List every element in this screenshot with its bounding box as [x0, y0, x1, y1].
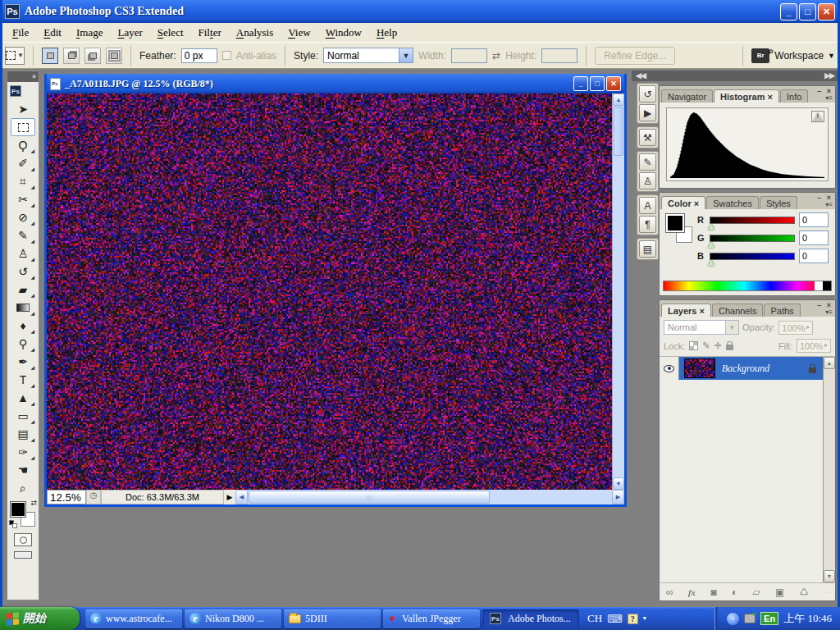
spot-healing-brush-tool[interactable]: ⊘◢: [11, 208, 35, 226]
slider-knob[interactable]: [708, 242, 714, 248]
intersect-selection-button[interactable]: [106, 48, 122, 64]
menu-layer[interactable]: Layer: [110, 25, 149, 41]
height-input[interactable]: [541, 48, 578, 63]
slider-knob[interactable]: [708, 260, 714, 266]
color-tab-color[interactable]: Color ×: [661, 196, 705, 209]
layer-row-background[interactable]: Background: [660, 357, 823, 380]
type-tool[interactable]: T◢: [11, 371, 35, 389]
start-button[interactable]: 開始: [0, 607, 80, 630]
default-colors-icon[interactable]: [9, 520, 17, 528]
subtract-from-selection-button[interactable]: [84, 48, 101, 64]
layer-comps-palette-icon[interactable]: ▤: [639, 240, 656, 258]
hide-icons-chevron[interactable]: ‹: [727, 613, 739, 625]
quick-selection-tool[interactable]: ✐◢: [11, 154, 35, 172]
menu-analysis[interactable]: Analysis: [229, 25, 281, 41]
language-band[interactable]: CH ⌨ ? ▾: [587, 612, 646, 625]
lock-paint-icon[interactable]: ✎: [702, 340, 710, 351]
help-icon[interactable]: ?: [628, 614, 638, 624]
menu-filter[interactable]: Filter: [191, 25, 229, 41]
nav-tab-navigator[interactable]: Navigator: [661, 89, 713, 103]
menu-help[interactable]: Help: [369, 25, 404, 41]
vertical-scrollbar[interactable]: ▲ ▼: [612, 94, 624, 490]
add-mask-icon[interactable]: ◙: [710, 587, 716, 598]
foreground-color-swatch[interactable]: [11, 502, 25, 517]
doc-maximize-button[interactable]: □: [590, 76, 605, 91]
color-tab-swatches[interactable]: Swatches: [706, 196, 759, 209]
scroll-down-arrow[interactable]: ▼: [824, 570, 835, 582]
quick-mask-button[interactable]: [14, 533, 32, 546]
new-selection-button[interactable]: [42, 48, 58, 64]
menu-window[interactable]: Window: [318, 25, 369, 41]
palette-menu-icon[interactable]: ▾≡: [825, 94, 833, 102]
warning-icon[interactable]: [812, 112, 824, 121]
channel-value-input[interactable]: [799, 212, 829, 227]
style-dropdown-arrow[interactable]: ▼: [399, 48, 413, 62]
eye-icon[interactable]: [664, 365, 674, 372]
pen-tool[interactable]: ✒◢: [11, 353, 35, 371]
vertical-scroll-thumb[interactable]: [614, 107, 623, 156]
menu-view[interactable]: View: [281, 25, 317, 41]
adjustment-layer-icon[interactable]: ◐: [732, 587, 737, 598]
actions-palette-icon[interactable]: ▶: [639, 104, 656, 121]
gradient-tool[interactable]: ◢: [11, 299, 35, 317]
blend-mode-select[interactable]: Normal ▼: [664, 320, 739, 335]
style-select[interactable]: Normal ▼: [323, 48, 413, 63]
menu-image[interactable]: Image: [69, 25, 111, 41]
lock-all-icon[interactable]: [726, 345, 733, 350]
layers-tab-paths[interactable]: Paths: [764, 304, 800, 317]
scroll-left-arrow[interactable]: ◀: [235, 490, 248, 504]
history-brush-tool[interactable]: ↺◢: [11, 262, 35, 281]
slider-knob[interactable]: [708, 224, 714, 230]
layer-thumbnail[interactable]: [684, 358, 715, 378]
spectrum-white-chip[interactable]: [815, 281, 823, 290]
menu-select[interactable]: Select: [150, 25, 191, 41]
menu-edit[interactable]: Edit: [36, 25, 69, 41]
new-group-icon[interactable]: ▱: [753, 587, 760, 598]
color-spectrum-bar[interactable]: [663, 281, 832, 291]
chevron-down-icon[interactable]: ▼: [725, 321, 738, 334]
add-to-selection-button[interactable]: [63, 48, 80, 64]
horizontal-scroll-thumb[interactable]: |||: [249, 491, 490, 504]
zoom-level-input[interactable]: [47, 490, 86, 504]
brush-tool[interactable]: ✎◢: [11, 226, 35, 244]
hand-tool[interactable]: ☚: [11, 461, 35, 479]
palette-menu-icon[interactable]: ▾≡: [825, 201, 833, 208]
menu-file[interactable]: File: [5, 25, 36, 41]
layers-tab-channels[interactable]: Channels: [712, 304, 763, 317]
crop-tool[interactable]: ⌗◢: [11, 172, 35, 190]
palette-menu-icon[interactable]: ▾≡: [825, 308, 833, 316]
channel-value-input[interactable]: [799, 231, 829, 245]
layers-tab-layers[interactable]: Layers ×: [661, 304, 711, 317]
nav-tab-info[interactable]: Info: [780, 89, 808, 103]
resize-grip[interactable]: ∴: [824, 588, 829, 596]
layer-visibility-cell[interactable]: [660, 357, 679, 380]
screen-mode-button[interactable]: [14, 551, 32, 559]
scroll-up-arrow[interactable]: ▲: [613, 94, 624, 106]
channel-slider[interactable]: [710, 235, 795, 242]
notes-tool[interactable]: ▤◢: [11, 425, 35, 443]
antialias-checkbox[interactable]: [222, 51, 231, 60]
minimize-button[interactable]: _: [780, 3, 797, 21]
swap-colors-icon[interactable]: ⇄: [30, 499, 37, 507]
character-palette-icon[interactable]: A: [639, 197, 656, 214]
swap-dimensions-icon[interactable]: ⇄: [492, 50, 500, 62]
zoom-tool[interactable]: ⌕: [11, 479, 35, 497]
slice-tool[interactable]: ✂◢: [11, 190, 35, 208]
image-canvas[interactable]: [47, 94, 612, 490]
layer-style-icon[interactable]: fx: [688, 587, 696, 597]
toolbox-collapse-icon[interactable]: »: [7, 71, 39, 82]
chevron-down-icon[interactable]: ▾: [643, 614, 646, 622]
taskbar-button-www-astrocafe-[interactable]: ewww.astrocafe...: [85, 609, 182, 628]
dock-collapse-right-icon[interactable]: ▶▶: [824, 71, 834, 80]
taskbar-button-adobe-photos-[interactable]: PsAdobe Photos...: [482, 609, 579, 628]
taskbar-button-nikon-d800-[interactable]: eNikon D800 ...: [185, 609, 281, 628]
channel-value-input[interactable]: [799, 249, 829, 263]
lasso-tool[interactable]: Ϙ◢: [11, 136, 35, 154]
doc-close-button[interactable]: ✕: [606, 76, 621, 91]
close-button[interactable]: ✕: [818, 3, 835, 21]
lock-position-icon[interactable]: ✛: [714, 340, 722, 351]
taskbar-button-vallen-jpegger[interactable]: ▼Vallen JPegger: [383, 609, 480, 628]
path-selection-tool[interactable]: ▲◢: [11, 389, 35, 407]
eyedropper-tool[interactable]: ✑◢: [11, 443, 35, 461]
channel-slider[interactable]: [710, 253, 795, 260]
